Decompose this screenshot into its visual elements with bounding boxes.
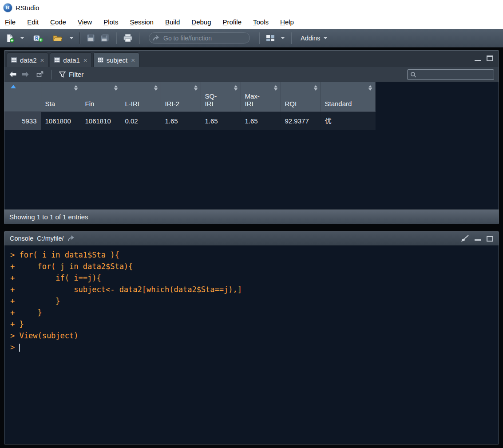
clear-console-broom-icon[interactable] (460, 235, 469, 242)
column-header-l-iri[interactable]: L-IRI (121, 82, 161, 111)
menu-help[interactable]: Help (280, 18, 294, 26)
goto-file-search (149, 32, 250, 44)
menu-code[interactable]: Code (50, 18, 66, 26)
print-button[interactable] (121, 32, 135, 45)
menu-plots[interactable]: Plots (103, 18, 118, 26)
new-file-button[interactable] (4, 32, 16, 45)
table-icon (11, 57, 17, 63)
menu-build[interactable]: Build (165, 18, 180, 26)
menu-profile[interactable]: Profile (223, 18, 242, 26)
console-line: > View(subject) (10, 330, 499, 341)
chevron-down-icon (324, 37, 327, 39)
addins-label: Addins (301, 35, 320, 42)
minimize-pane-button[interactable] (475, 236, 481, 241)
column-header-sta[interactable]: Sta (41, 82, 81, 111)
console-line: + if( i==j){ (10, 272, 499, 284)
cell-sq-iri: 1.65 (201, 111, 241, 130)
menu-edit[interactable]: Edit (27, 18, 39, 26)
console-line: + subject<- data2[which(data2$Sta==j),] (10, 284, 499, 295)
menu-view[interactable]: View (78, 18, 92, 26)
maximize-pane-button[interactable] (487, 236, 493, 242)
cell-sta: 1061800 (41, 111, 81, 130)
column-header-rqi[interactable]: RQI (281, 82, 321, 111)
pane-window-controls (475, 56, 493, 61)
save-all-icon (100, 34, 110, 42)
console-controls (460, 235, 493, 242)
column-header-standard[interactable]: Standard (321, 82, 375, 111)
save-button[interactable] (85, 32, 97, 45)
data-viewer-toolbar: Filter (4, 67, 499, 82)
pane-layout-icon (266, 35, 275, 42)
console-pane: Console C:/myfile/ > for( i in data1$Sta… (4, 231, 499, 444)
maximize-pane-button[interactable] (487, 56, 493, 61)
svg-text:R: R (35, 36, 39, 40)
goto-directory-arrow-icon[interactable] (67, 235, 75, 242)
addins-button[interactable]: Addins (301, 35, 327, 42)
table-row: 5933 1061800 1061810 0.02 1.65 1.65 1.65… (4, 111, 375, 130)
minimize-pane-button[interactable] (475, 57, 481, 61)
forward-button[interactable] (21, 71, 29, 78)
close-icon[interactable]: × (83, 57, 87, 63)
menu-debug[interactable]: Debug (191, 18, 211, 26)
goto-arrow-icon (153, 35, 160, 41)
column-header-fin[interactable]: Fin (81, 82, 121, 111)
filter-label: Filter (69, 71, 83, 78)
sort-arrows-icon (368, 85, 372, 91)
main-toolbar: R (0, 29, 503, 48)
arrow-left-icon (9, 71, 17, 78)
popout-window-button[interactable] (36, 71, 44, 78)
toolbar-separator (139, 32, 140, 44)
back-button[interactable] (9, 71, 17, 78)
tab-label: subject (107, 56, 128, 64)
console-prompt-line: > (10, 341, 499, 353)
filter-button[interactable]: Filter (59, 71, 83, 78)
table-icon (98, 57, 103, 63)
sort-arrows-icon (154, 85, 158, 91)
goto-file-input[interactable] (149, 32, 250, 44)
open-file-dropdown[interactable] (67, 32, 75, 45)
tab-data2[interactable]: data2 × (7, 52, 48, 67)
working-directory[interactable]: C:/myfile/ (37, 235, 63, 242)
column-header-sq-iri[interactable]: SQ-IRI (201, 82, 241, 111)
save-all-button[interactable] (99, 32, 111, 45)
open-folder-icon (53, 34, 63, 42)
data-viewer-tabbar: data2 × data1 × subject × (4, 51, 499, 67)
open-file-button[interactable] (51, 32, 65, 45)
tab-data1[interactable]: data1 × (50, 52, 91, 67)
tab-subject[interactable]: subject × (93, 52, 139, 67)
cell-fin: 1061810 (81, 111, 121, 130)
row-name-cell: 5933 (4, 111, 41, 130)
menu-file[interactable]: File (5, 18, 16, 26)
pane-layout-button[interactable] (264, 32, 277, 45)
console-line: + } (10, 307, 499, 318)
column-header-max-iri[interactable]: Max-IRI (241, 82, 281, 111)
new-project-icon: R (33, 34, 43, 43)
menu-tools[interactable]: Tools (253, 18, 269, 26)
console-line: + } (10, 295, 499, 307)
console-line: + for( j in data2$Sta){ (10, 261, 499, 272)
column-header-iri-2[interactable]: IRI-2 (161, 82, 201, 111)
chevron-down-icon (20, 37, 24, 39)
close-icon[interactable]: × (131, 57, 135, 63)
column-header-rownames[interactable] (4, 82, 41, 111)
sort-arrows-icon (274, 85, 277, 91)
toolbar-separator (51, 70, 52, 79)
close-icon[interactable]: × (40, 57, 44, 63)
tab-label: data2 (20, 56, 37, 64)
console-output[interactable]: > for( i in data1$Sta ){ + for( j in dat… (4, 246, 499, 444)
new-file-dropdown[interactable] (18, 32, 26, 45)
search-icon (410, 71, 416, 78)
cell-rqi: 92.9377 (281, 111, 321, 130)
filter-funnel-icon (59, 71, 66, 78)
pane-layout-dropdown[interactable] (278, 32, 286, 45)
sort-arrows-icon (314, 85, 317, 91)
menu-session[interactable]: Session (130, 18, 154, 26)
data-table-area: Sta Fin L-IRI IRI-2 (4, 82, 499, 209)
new-project-button[interactable]: R (31, 32, 45, 45)
toolbar-separator (116, 32, 117, 44)
data-search-input[interactable] (419, 71, 494, 78)
title-bar: R RStudio (0, 0, 503, 15)
print-icon (123, 34, 133, 42)
chevron-down-icon (70, 37, 73, 39)
table-header-row: Sta Fin L-IRI IRI-2 (4, 82, 375, 111)
